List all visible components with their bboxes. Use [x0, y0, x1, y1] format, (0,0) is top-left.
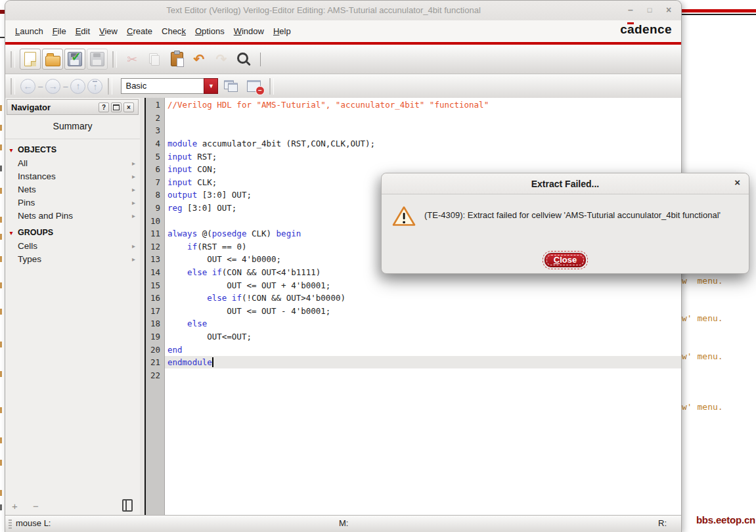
redo-icon: ↷ [216, 51, 227, 67]
expand-arrow-icon[interactable]: ▸ [132, 160, 135, 167]
new-file-button[interactable] [20, 49, 41, 70]
forward-button[interactable]: → [45, 79, 60, 94]
expand-all-button[interactable]: + [12, 500, 18, 512]
menu-item-launch[interactable]: Launch [11, 26, 48, 36]
left-edge-artifact [0, 256, 2, 262]
line-number: 10 [146, 216, 165, 226]
panel-divider[interactable] [140, 98, 146, 516]
toolbar-grip[interactable] [11, 51, 15, 68]
cascade-windows-button[interactable] [220, 76, 241, 97]
expand-arrow-icon[interactable]: ▸ [132, 212, 135, 219]
panel-toggle-icon[interactable] [122, 499, 133, 512]
code-line-16: 16 else if(!CON && OUT>4'b0000) [146, 292, 681, 305]
menu-item-help[interactable]: Help [269, 26, 296, 36]
mode-combobox-value[interactable]: Basic [121, 78, 204, 94]
forward-arrow-icon: → [49, 81, 58, 91]
forward-dropdown-icon[interactable]: – [63, 81, 68, 91]
dialog-close-button[interactable]: Close [545, 253, 586, 267]
paste-button[interactable] [166, 49, 187, 70]
line-number: 19 [146, 332, 165, 342]
dialog-button-row: Close [382, 251, 749, 269]
expand-arrow-icon[interactable]: ▸ [132, 173, 135, 180]
menu-item-file[interactable]: File [48, 26, 71, 36]
combobox-dropdown-button[interactable]: ▼ [204, 78, 218, 94]
line-number: 8 [146, 190, 165, 200]
tree-item-pins[interactable]: Pins▸ [5, 196, 140, 209]
code-line-15: 15 OUT <= OUT + 4'b0001; [146, 278, 681, 292]
undo-button[interactable]: ↶ [189, 49, 210, 70]
line-number: 15 [146, 280, 165, 290]
tree-item-nets-and-pins[interactable]: Nets and Pins▸ [5, 209, 140, 222]
collapse-arrow-icon[interactable]: ▾ [8, 229, 14, 236]
line-number: 4 [146, 139, 165, 148]
left-edge-artifact [0, 144, 2, 150]
minimize-icon[interactable]: – [625, 4, 636, 16]
search-button[interactable] [233, 49, 254, 70]
check-save-icon: ✓ [68, 52, 82, 66]
statusbar-grip [9, 520, 12, 529]
code-line-4: 4module accumulator_4bit (RST,CON,CLK,OU… [146, 137, 681, 150]
window-remove-icon: − [247, 80, 261, 92]
menu-item-options[interactable]: Options [190, 26, 229, 36]
left-edge-artifact [0, 371, 2, 377]
toolbar-grip[interactable] [269, 78, 274, 95]
line-number: 18 [146, 319, 165, 328]
maximize-icon[interactable]: □ [644, 4, 656, 16]
left-edge-artifact [0, 125, 2, 131]
cut-icon: ✂ [127, 52, 137, 67]
tree-item-cells[interactable]: Cells▸ [5, 239, 140, 252]
expand-arrow-icon[interactable]: ▸ [132, 242, 135, 250]
tree-item-types[interactable]: Types▸ [5, 252, 140, 265]
menu-item-create[interactable]: Create [122, 26, 157, 36]
menu-item-view[interactable]: View [95, 26, 122, 36]
navigator-help-button[interactable]: ? [99, 102, 109, 112]
up-button[interactable]: ↑ [70, 79, 85, 94]
line-number: 3 [146, 125, 165, 135]
navigator-header[interactable]: Navigator ? × [7, 99, 139, 115]
left-edge-artifact [0, 460, 2, 466]
title-bar[interactable]: Text Editor (Verilog) Verilog-Editor Edi… [5, 1, 681, 21]
close-icon[interactable]: × [663, 4, 675, 16]
main-toolbar: ✓ ✂ ↶ ↷ [5, 45, 681, 74]
navigator-float-button[interactable] [111, 102, 122, 112]
background-text-fragment: w' menu. [682, 351, 723, 361]
tree-item-nets[interactable]: Nets▸ [5, 183, 140, 196]
tree-section-groups[interactable]: ▾GROUPS [5, 226, 140, 239]
expand-arrow-icon[interactable]: ▸ [132, 186, 135, 193]
expand-arrow-icon[interactable]: ▸ [132, 255, 135, 263]
menu-item-window[interactable]: Window [229, 26, 269, 36]
save-button[interactable] [87, 49, 108, 70]
menu-item-check[interactable]: Check [157, 26, 190, 36]
open-folder-icon [45, 56, 60, 66]
top-button[interactable]: ↑ [87, 79, 102, 94]
menu-item-edit[interactable]: Edit [71, 26, 95, 36]
back-dropdown-icon[interactable]: – [38, 81, 43, 91]
tree-item-all[interactable]: All▸ [5, 156, 140, 169]
toolbar-grip[interactable] [108, 78, 112, 95]
expand-arrow-icon[interactable]: ▸ [132, 199, 135, 206]
code-line-1: 1//Verilog HDL for "AMS-Tuturial", "accu… [146, 99, 681, 112]
open-file-button[interactable] [42, 49, 63, 70]
navigation-toolbar: ← – → – ↑ ↑ Basic ▼ − [5, 74, 681, 99]
check-and-save-button[interactable]: ✓ [64, 49, 85, 70]
code-editor[interactable]: 1//Verilog HDL for "AMS-Tuturial", "accu… [146, 98, 681, 516]
dialog-close-icon[interactable]: × [734, 177, 740, 187]
toolbar-grip[interactable] [11, 78, 15, 95]
collapse-arrow-icon[interactable]: ▾ [8, 146, 14, 154]
tree-item-instances[interactable]: Instances▸ [5, 169, 140, 183]
close-window-button[interactable]: − [243, 76, 264, 97]
toolbar-grip[interactable] [112, 51, 117, 68]
text-cursor [212, 357, 213, 367]
navigator-close-button[interactable]: × [123, 102, 134, 112]
redo-button[interactable]: ↷ [211, 49, 232, 70]
back-button[interactable]: ← [20, 79, 35, 94]
copy-button[interactable] [144, 49, 165, 70]
cut-button[interactable]: ✂ [122, 49, 143, 70]
tree-section-objects[interactable]: ▾OBJECTS [5, 143, 140, 156]
left-edge-artifact [0, 342, 2, 347]
collapse-all-button[interactable]: − [33, 500, 39, 512]
mode-combobox[interactable]: Basic ▼ [121, 78, 218, 94]
code-line-19: 19 OUT<=OUT; [146, 330, 681, 344]
dialog-message: (TE-4309): Extract failed for cellview '… [424, 206, 721, 229]
dialog-title-bar[interactable]: Extract Failed... × [382, 173, 749, 194]
